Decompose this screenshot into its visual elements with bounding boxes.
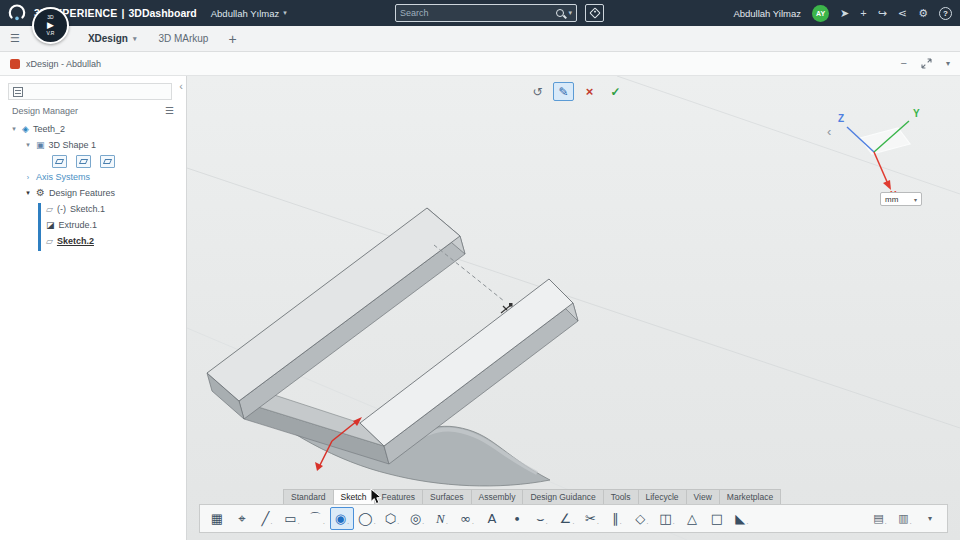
chevron-down-icon[interactable]: ▾ (946, 60, 950, 68)
dropdown-dot-icon[interactable]: · (297, 520, 299, 529)
conic-button[interactable]: ◎ · (405, 507, 429, 530)
history-button[interactable]: ↺ (527, 82, 548, 101)
panel-menu-icon[interactable]: ☰ (165, 105, 174, 116)
dropdown-dot-icon[interactable]: · (885, 520, 887, 529)
tab-3d-markup[interactable]: 3D MArkup (158, 33, 208, 44)
search-input[interactable] (400, 8, 552, 18)
dropdown-dot-icon[interactable]: · (397, 520, 399, 529)
dropdown-dot-icon[interactable]: · (910, 520, 912, 529)
dropdown-dot-icon[interactable]: · (746, 520, 748, 529)
dropdown-dot-icon[interactable]: · (472, 520, 474, 529)
rectangle-button[interactable]: ▭ · (280, 507, 304, 530)
context-user-menu[interactable]: Abdullah Yılmaz ▾ (211, 8, 287, 19)
tree-item-design-features[interactable]: ▾ ⚙ Design Features (0, 185, 186, 201)
minimize-icon[interactable]: − (901, 58, 907, 69)
collapse-icon[interactable]: › (24, 174, 32, 181)
share-compass-icon[interactable]: ➤ (840, 8, 849, 19)
expand-icon[interactable]: ▾ (24, 141, 32, 149)
sketch-edit-button[interactable]: ✎ (553, 82, 574, 101)
polygon-button[interactable]: ⬡ · (380, 507, 404, 530)
dropdown-dot-icon[interactable]: · (347, 520, 349, 529)
line-button[interactable]: ╱ · (255, 507, 279, 530)
tag-button[interactable] (585, 4, 604, 22)
add-content-icon[interactable]: + (860, 8, 866, 19)
spline-button[interactable]: N · (430, 507, 454, 530)
dropdown-dot-icon[interactable]: · (646, 520, 648, 529)
pattern-button[interactable]: ◇ · (630, 507, 654, 530)
search-box[interactable]: ▾ (395, 4, 577, 22)
toolbar-overflow-button[interactable]: ▾ (918, 507, 942, 530)
expand-icon[interactable]: ▾ (24, 189, 32, 197)
exit-sketch-button[interactable]: ✓ (605, 82, 626, 101)
upper-bar-top-face[interactable] (207, 208, 460, 401)
tree-item-axis-systems[interactable]: › Axis Systems (0, 169, 186, 185)
text-button[interactable]: A (480, 507, 504, 530)
arc-button[interactable]: ⌒ · (305, 507, 329, 530)
dropdown-dot-icon[interactable]: · (270, 520, 272, 529)
dropdown-dot-icon[interactable]: · (422, 520, 424, 529)
help-icon[interactable]: ? (939, 7, 952, 20)
tree-item-3d-shape[interactable]: ▾ ▣ 3D Shape 1 (0, 137, 186, 153)
3ds-compass-logo[interactable] (8, 4, 26, 22)
add-tab-button[interactable]: + (228, 31, 236, 47)
axis-y-label[interactable]: Y (913, 108, 920, 119)
tree-item-sketch1[interactable]: ▱ (-) Sketch.1 (0, 201, 186, 217)
circle-button[interactable]: ◉ · (330, 507, 354, 530)
section-button[interactable]: ◣ · (730, 507, 754, 530)
fillet-button[interactable]: ⌣ · (530, 507, 554, 530)
panel-toggle-icon[interactable]: ☰ (10, 32, 20, 45)
dropdown-dot-icon[interactable]: · (446, 520, 448, 529)
cancel-sketch-button[interactable]: × (579, 82, 600, 101)
search-icon[interactable] (556, 9, 564, 17)
tab-standard[interactable]: Standard (283, 489, 334, 504)
tab-features[interactable]: Features (375, 489, 424, 504)
plane-icon[interactable] (76, 155, 91, 168)
units-select[interactable]: mm ▾ (880, 192, 922, 206)
offset-button[interactable]: ∥ · (605, 507, 629, 530)
share-icon[interactable]: ↪ (878, 8, 887, 19)
panel-collapse-icon[interactable]: ‹ (179, 80, 183, 92)
plane-icon[interactable] (100, 155, 115, 168)
tab-design-guidance[interactable]: Design Guidance (523, 489, 603, 504)
relations-button[interactable]: △ (680, 507, 704, 530)
tab-xdesign[interactable]: XDesign ▾ (88, 33, 137, 44)
trim-button[interactable]: ✂ · (580, 507, 604, 530)
expand-icon[interactable]: ▾ (10, 125, 18, 133)
box-button[interactable]: □ (705, 507, 729, 530)
design-table-button[interactable]: ▦ (205, 507, 229, 530)
dropdown-dot-icon[interactable]: · (572, 520, 574, 529)
network-icon[interactable]: ⋖ (898, 8, 907, 19)
tree-item-extrude1[interactable]: ◪ Extrude.1 (0, 217, 186, 233)
point-button[interactable]: ∙ (505, 507, 529, 530)
avatar[interactable]: AY (812, 5, 829, 22)
dropdown-dot-icon[interactable]: · (323, 520, 325, 529)
axis-z-label[interactable]: Z (838, 113, 844, 124)
tab-sketch[interactable]: Sketch (334, 489, 375, 504)
structure-tree-icon[interactable] (13, 87, 23, 97)
ellipse-button[interactable]: ◯ · (355, 507, 379, 530)
user-workspace-badge[interactable]: 3D ▶ V.R (32, 7, 69, 44)
tab-lifecycle[interactable]: Lifecycle (639, 489, 687, 504)
tab-marketplace[interactable]: Marketplace (720, 489, 781, 504)
axis-system-icon[interactable] (52, 155, 67, 168)
slot-button[interactable]: ∞ · (455, 507, 479, 530)
chamfer-button[interactable]: ∠ · (555, 507, 579, 530)
search-options-chevron-icon[interactable]: ▾ (568, 9, 572, 17)
expand-icon[interactable] (921, 58, 932, 69)
display-options-button[interactable]: ▤ · (868, 507, 892, 530)
dropdown-dot-icon[interactable]: · (374, 520, 376, 529)
mirror-button[interactable]: ◫ · (655, 507, 679, 530)
dropdown-dot-icon[interactable]: · (546, 520, 548, 529)
tab-assembly[interactable]: Assembly (472, 489, 524, 504)
tree-item-root[interactable]: ▾ ◈ Teeth_2 (0, 121, 186, 137)
tree-item-sketch2[interactable]: ▱ Sketch.2 (0, 233, 186, 249)
snap-options-button[interactable]: ▥ · (893, 507, 917, 530)
dropdown-dot-icon[interactable]: · (620, 520, 622, 529)
tools-icon[interactable]: ⚙ (918, 8, 928, 19)
dropdown-dot-icon[interactable]: · (597, 520, 599, 529)
pick-button[interactable]: ⌖ (230, 507, 254, 530)
navigation-triad[interactable]: Z Y X (830, 104, 924, 200)
3d-viewport[interactable]: ↺ ✎ × ✓ ‹ Z Y X mm ▾ (187, 76, 960, 540)
tab-tools[interactable]: Tools (604, 489, 639, 504)
tab-view[interactable]: View (687, 489, 720, 504)
